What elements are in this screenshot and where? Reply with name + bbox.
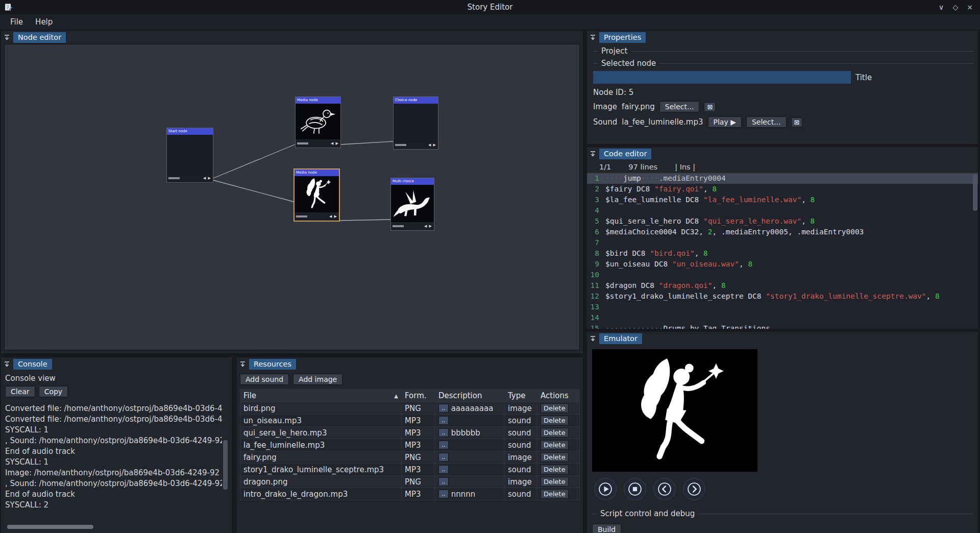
edit-description-button[interactable]: .. <box>438 453 449 462</box>
node-controls[interactable]: ◀ ▶ <box>394 141 438 149</box>
edit-description-button[interactable]: .. <box>438 490 449 498</box>
line-number: 1 <box>587 173 605 184</box>
delete-button[interactable]: Delete <box>541 477 569 487</box>
sound-play-button[interactable]: Play ▶ <box>708 116 742 128</box>
dock-float-icon[interactable] <box>590 335 596 342</box>
node-canvas[interactable]: Start node◀ ▶Media node◀ ▶Choice node◀ ▶… <box>4 44 580 350</box>
delete-button[interactable]: Delete <box>541 403 569 413</box>
node-controls[interactable]: ◀ ▶ <box>391 222 434 230</box>
clear-button[interactable]: Clear <box>5 386 35 397</box>
play-button[interactable] <box>594 478 617 500</box>
graph-node[interactable]: Media node◀ ▶ <box>293 168 340 222</box>
column-header-actions[interactable]: Actions <box>537 390 577 402</box>
node-controls[interactable]: ◀ ▶ <box>296 139 340 148</box>
build-button[interactable]: Build <box>592 524 621 533</box>
maximize-button[interactable]: ◇ <box>949 2 962 13</box>
code-line[interactable]: 14 <box>587 312 978 323</box>
line-number: 5 <box>587 216 605 227</box>
table-row[interactable]: fairy.pngPNG..imageDelete <box>240 451 579 463</box>
graph-node[interactable]: Multi choice◀ ▶ <box>390 178 434 231</box>
table-row[interactable]: un_oiseau.mp3MP3..soundDelete <box>240 414 579 426</box>
delete-button[interactable]: Delete <box>541 465 569 474</box>
node-edges <box>5 44 579 350</box>
dock-float-icon[interactable] <box>4 34 10 41</box>
code-area[interactable]: 1····jump····.mediaEntry00042$fairy DC8 … <box>587 173 978 329</box>
dock-float-icon[interactable] <box>239 361 246 368</box>
code-line[interactable]: 11$dragon DC8 "dragon.qoi", 8 <box>587 280 978 291</box>
column-header-file[interactable]: File▲ <box>240 390 402 402</box>
code-token: 8 <box>811 216 815 227</box>
node-controls[interactable]: ◀ ▶ <box>167 174 213 182</box>
console-vscrollbar[interactable] <box>223 403 228 522</box>
add-sound-button[interactable]: Add sound <box>240 374 289 385</box>
delete-button[interactable]: Delete <box>541 452 569 462</box>
node-editor-panel: Node editor Start node◀ ▶Media node◀ ▶Ch… <box>1 31 583 353</box>
image-clear-button[interactable]: ⊠ <box>704 102 716 112</box>
edit-description-button[interactable]: .. <box>438 428 449 437</box>
delete-button[interactable]: Delete <box>541 428 569 438</box>
file-cell: dragon.png <box>240 476 402 488</box>
table-row[interactable]: intro_drako_le_dragon.mp3MP3..nnnnnsound… <box>240 488 579 500</box>
dock-float-icon[interactable] <box>590 34 596 41</box>
graph-node[interactable]: Media node◀ ▶ <box>295 96 341 148</box>
add-image-button[interactable]: Add image <box>293 374 342 385</box>
play-icon <box>598 481 613 497</box>
code-scrollbar[interactable] <box>973 173 977 328</box>
node-spinner-arrows[interactable]: ◀ ▶ <box>329 214 337 219</box>
menu-item-help[interactable]: Help <box>29 16 59 28</box>
code-line[interactable]: 8$bird DC8 "bird.qoi", 8 <box>587 248 978 259</box>
code-line[interactable]: 2$fairy DC8 "fairy.qoi", 8 <box>587 184 978 195</box>
delete-button[interactable]: Delete <box>541 440 569 450</box>
step-forward-button[interactable] <box>683 478 705 500</box>
table-row[interactable]: dragon.pngPNG..imageDelete <box>240 475 579 488</box>
title-input[interactable] <box>593 71 851 84</box>
table-row[interactable]: bird.pngPNG..aaaaaaaaaimageDelete <box>240 402 579 414</box>
edit-description-button[interactable]: .. <box>438 477 449 486</box>
console-hscrollbar[interactable] <box>5 525 220 529</box>
node-spinner-arrows[interactable]: ◀ ▶ <box>203 176 211 180</box>
graph-node[interactable]: Choice node◀ ▶ <box>393 96 438 150</box>
node-spinner-arrows[interactable]: ◀ ▶ <box>424 224 432 228</box>
stop-button[interactable] <box>624 478 646 500</box>
node-spinner-arrows[interactable]: ◀ ▶ <box>331 141 339 146</box>
code-line[interactable]: 1····jump····.mediaEntry0004 <box>587 173 978 184</box>
code-line[interactable]: 10 <box>587 270 978 280</box>
code-line[interactable]: 12$story1_drako_luminelle_sceptre DC8 "s… <box>587 291 978 302</box>
edit-description-button[interactable]: .. <box>438 404 449 413</box>
code-line[interactable]: 4 <box>587 205 978 216</box>
close-button[interactable]: × <box>964 2 976 13</box>
code-line[interactable]: 13 <box>587 302 978 312</box>
edit-description-button[interactable]: .. <box>438 465 449 474</box>
column-header-description[interactable]: Description <box>435 390 505 402</box>
code-line[interactable]: 15·············Drums by Tag Transitions <box>587 323 978 329</box>
code-line[interactable]: 7 <box>587 237 978 248</box>
edit-description-button[interactable]: .. <box>438 416 449 425</box>
console-log[interactable]: Converted file: /home/anthony/ostproj/ba… <box>5 403 228 530</box>
table-row[interactable]: story1_drako_luminelle_sceptre.mp3MP3..s… <box>240 463 579 475</box>
menu-item-file[interactable]: File <box>4 16 29 28</box>
sound-clear-button[interactable]: ⊠ <box>791 117 803 127</box>
edit-description-button[interactable]: .. <box>438 441 449 449</box>
delete-button[interactable]: Delete <box>541 416 569 425</box>
file-cell: fairy.png <box>240 451 402 463</box>
column-header-form[interactable]: Form. <box>402 390 435 402</box>
graph-node[interactable]: Start node◀ ▶ <box>166 128 213 183</box>
dock-float-icon[interactable] <box>4 361 10 368</box>
node-spinner-arrows[interactable]: ◀ ▶ <box>428 143 436 147</box>
code-line[interactable]: 3$la_fee_luminelle DC8 "la_fee_luminelle… <box>587 195 978 205</box>
delete-button[interactable]: Delete <box>541 489 569 499</box>
node-controls[interactable]: ◀ ▶ <box>295 212 339 221</box>
dock-float-icon[interactable] <box>590 151 596 157</box>
description-cell: .. <box>435 415 505 426</box>
minimize-button[interactable]: ∨ <box>935 2 947 13</box>
code-line[interactable]: 6$mediaChoice0004 DC32, 2, .mediaEntry00… <box>587 227 978 237</box>
code-line[interactable]: 5$qui_sera_le_hero DC8 "qui_sera_le_hero… <box>587 216 978 227</box>
step-back-button[interactable] <box>653 478 676 500</box>
image-select-button[interactable]: Select... <box>659 101 700 112</box>
code-line[interactable]: 9$un_oiseau DC8 "un_oiseau.wav", 8 <box>587 259 978 270</box>
column-header-type[interactable]: Type <box>505 390 537 402</box>
copy-button[interactable]: Copy <box>39 386 68 397</box>
table-row[interactable]: qui_sera_le_hero.mp3MP3..bbbbbbsoundDele… <box>240 426 579 439</box>
sound-select-button[interactable]: Select... <box>746 116 787 128</box>
table-row[interactable]: la_fee_luminelle.mp3MP3..soundDelete <box>240 439 579 451</box>
